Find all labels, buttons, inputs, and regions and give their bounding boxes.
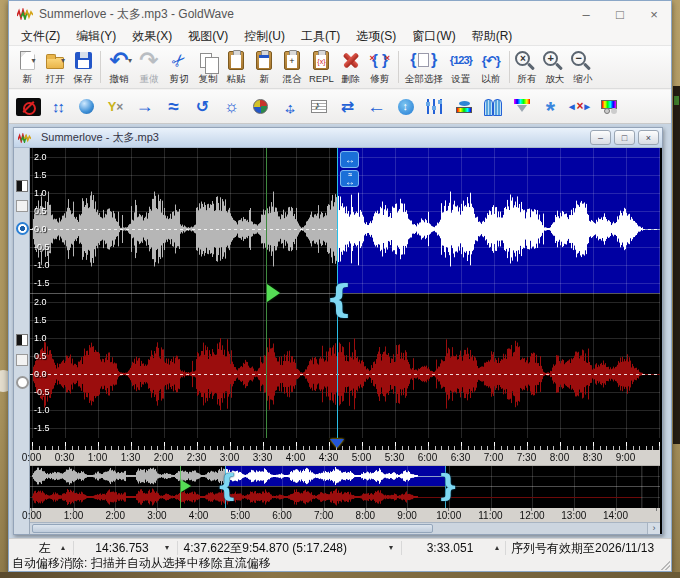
new-file-button[interactable]: 新 [13, 47, 41, 86]
menu-item[interactable]: 编辑(Y) [68, 27, 124, 45]
menu-item[interactable]: 视图(V) [180, 27, 236, 45]
zoom-in-button[interactable]: 放大 [541, 47, 569, 86]
open-folder-button[interactable]: 打开 [41, 47, 69, 86]
channel1-display-toggle[interactable] [16, 180, 28, 192]
selection-marker-icon[interactable] [330, 439, 344, 448]
selection-wave-handle-icon[interactable]: ≈↔ [340, 170, 359, 187]
time-ruler[interactable] [30, 438, 660, 450]
overview-selection-start-bracket[interactable]: { [216, 468, 237, 503]
child-maximize-button[interactable]: □ [614, 130, 635, 145]
time-label: 7:00 [477, 450, 510, 466]
menu-item[interactable]: 窗口(W) [404, 27, 463, 45]
paste-new-button[interactable]: 新 [250, 47, 278, 86]
interpolate-button[interactable] [536, 93, 565, 121]
dropdown-arrow-icon[interactable] [32, 56, 39, 65]
child-title: Summerlove - 太多.mp3 [41, 130, 159, 145]
channel-spin-up[interactable]: ▴ [61, 540, 65, 556]
play-marker-icon[interactable] [267, 284, 280, 302]
menu-item[interactable]: 帮助(R) [464, 27, 521, 45]
length-spin-down[interactable]: ▾ [165, 540, 169, 556]
offset-remove-button[interactable] [14, 93, 43, 121]
paste-button[interactable]: 粘贴 [222, 47, 250, 86]
zoom-out-button[interactable]: 缩小 [569, 47, 597, 86]
flanger-button[interactable] [159, 93, 188, 121]
color-mix-button[interactable] [246, 93, 275, 121]
score-icon [311, 100, 327, 113]
amplitude-label: -1.0 [34, 401, 64, 419]
color-mix-icon [253, 99, 268, 114]
trim-button[interactable]: 修剪 [365, 47, 395, 86]
position-spin-up[interactable]: ▴ [495, 540, 499, 556]
replace-button[interactable]: REPL [306, 47, 337, 84]
pitch-button[interactable] [72, 93, 101, 121]
max-volume-button[interactable] [391, 93, 420, 121]
hint-bar: 自动偏移消除: 扫描并自动从选择中移除直流偏移 [9, 556, 671, 571]
noise-gate-icon [568, 99, 592, 115]
cut-button[interactable]: 剪切 [164, 47, 194, 86]
overview-selection-end-bracket[interactable]: } [437, 468, 458, 503]
time-label: 4:30 [312, 450, 345, 466]
time-label: 10:00 [428, 508, 470, 522]
menu-item[interactable]: 文件(Z) [13, 27, 68, 45]
status-license: 序列号有效期至2026/11/13 [511, 539, 654, 557]
horizontal-scrollbar[interactable]: › [30, 522, 660, 534]
sound-window: Summerlove - 太多.mp3 – □ × [13, 127, 663, 535]
maximize-button[interactable]: □ [603, 1, 637, 27]
gate-doors-button[interactable] [478, 93, 507, 121]
dropdown-arrow-icon[interactable] [61, 56, 68, 65]
overview-waveform[interactable] [30, 466, 660, 508]
zoom-all-button[interactable]: 所有 [513, 47, 541, 86]
close-button[interactable]: × [637, 1, 671, 27]
channel2-select-radio[interactable] [16, 376, 29, 389]
reverse-button[interactable] [188, 93, 217, 121]
mix-button[interactable]: 混合 [278, 47, 306, 86]
scrollbar-right-arrow[interactable]: › [647, 523, 660, 534]
mechanize-button[interactable] [217, 93, 246, 121]
enhance-button[interactable] [275, 93, 304, 121]
spectrogram-button[interactable] [594, 93, 623, 121]
score-button[interactable] [304, 93, 333, 121]
back-arrow-button[interactable] [362, 93, 391, 121]
amplitude-label: -0.5 [34, 238, 64, 256]
noise-gate-button[interactable] [565, 93, 594, 121]
xy-pad-button[interactable] [101, 93, 130, 121]
selection-spin-down[interactable]: ▾ [389, 540, 393, 556]
menu-item[interactable]: 控制(U) [236, 27, 293, 45]
volume-shape-button[interactable] [449, 93, 478, 121]
doppler-button[interactable] [130, 93, 159, 121]
selection-start-bracket[interactable]: { [325, 276, 352, 320]
minimize-button[interactable]: – [569, 1, 603, 27]
resize-grip[interactable] [660, 560, 670, 570]
selection-edge-handle-icon[interactable]: ↔ [340, 151, 359, 168]
overview-play-marker-icon[interactable] [181, 480, 191, 492]
channel1-properties-button[interactable] [16, 200, 28, 212]
menu-item[interactable]: 选项(S) [348, 27, 404, 45]
save-button[interactable]: 保存 [69, 47, 97, 86]
time-label: 4:00 [279, 450, 312, 466]
time-label: 1:30 [114, 450, 147, 466]
child-title-bar[interactable]: Summerlove - 太多.mp3 – □ × [14, 128, 662, 148]
reverse-icon [190, 95, 216, 119]
menu-item[interactable]: 工具(T) [293, 27, 348, 45]
channel2-display-toggle[interactable] [16, 334, 28, 346]
swap-channels-button[interactable] [333, 93, 362, 121]
channel2-properties-button[interactable] [16, 354, 28, 366]
select-all-button[interactable]: 全部选择 [402, 47, 446, 86]
effects-toolbar [9, 90, 671, 124]
equ-button[interactable] [420, 93, 449, 121]
select-set-button[interactable]: 设置 [446, 47, 476, 86]
undo-button[interactable]: 撤销 [104, 47, 134, 86]
scrollbar-thumb[interactable] [32, 524, 433, 533]
child-minimize-button[interactable]: – [590, 130, 611, 145]
redo-button[interactable]: 重做 [134, 47, 164, 86]
channel1-select-radio[interactable] [16, 222, 29, 235]
delete-button[interactable]: 删除 [337, 47, 365, 86]
spectrum-filter-button[interactable] [507, 93, 536, 121]
stretch-button[interactable] [43, 93, 72, 121]
child-close-button[interactable]: × [638, 130, 659, 145]
select-previous-button[interactable]: 以前 [476, 47, 506, 86]
title-bar[interactable]: Summerlove - 太多.mp3 - GoldWave – □ × [9, 1, 671, 27]
menu-item[interactable]: 效果(X) [124, 27, 180, 45]
channel-strip [14, 148, 30, 534]
copy-button[interactable]: 复制 [194, 47, 222, 86]
